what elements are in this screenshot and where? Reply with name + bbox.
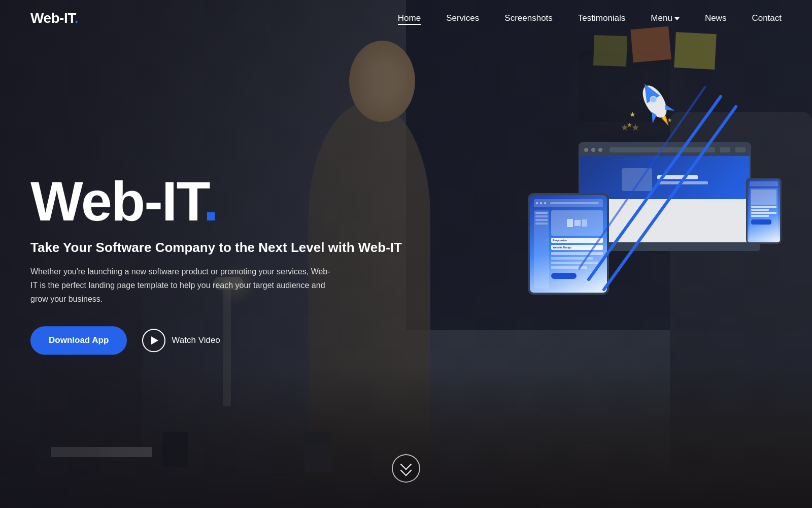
nav-item-screenshots[interactable]: Screenshots [504, 13, 553, 23]
tablet-body: Responsive Website Design [528, 193, 609, 295]
nav-link-testimonials[interactable]: Testimonials [578, 13, 626, 23]
menu-with-dropdown: Menu [651, 13, 680, 23]
double-chevron-icon [402, 462, 410, 474]
phone-text-4 [751, 215, 769, 217]
nav-item-services[interactable]: Services [446, 13, 479, 23]
hero-section: ★ ★ ★ ★ ★ ★ [0, 0, 812, 508]
nav-link-contact[interactable]: Contact [752, 13, 782, 23]
chevron-down-icon [674, 17, 680, 20]
download-app-button[interactable]: Download App [30, 327, 127, 355]
hero-content: Web-IT. Take Your Software Company to th… [30, 173, 402, 355]
nav-item-home[interactable]: Home [398, 13, 421, 23]
svg-text:★: ★ [667, 117, 672, 123]
tablet-sidebar [534, 210, 549, 289]
hero-description: Whether you're launching a new software … [30, 265, 335, 306]
tablet-title: Responsive [551, 238, 603, 243]
nav-links: Home Services Screenshots Testimonials M… [398, 13, 782, 23]
hero-title-dot: . [203, 170, 218, 232]
watch-video-button[interactable]: Watch Video [142, 329, 220, 353]
nav-link-services[interactable]: Services [446, 13, 479, 23]
logo-dot: . [75, 10, 78, 26]
svg-text:★: ★ [627, 121, 632, 129]
phone-text-1 [751, 206, 776, 208]
nav-item-news[interactable]: News [705, 13, 727, 23]
phone-body [746, 178, 782, 244]
tablet-cta [551, 273, 577, 279]
phone-text-2 [751, 209, 769, 211]
logo: Web-IT. [30, 10, 78, 26]
laptop-dot-2 [591, 148, 595, 152]
phone-screen [748, 179, 780, 242]
tablet-nav-dot-1 [536, 202, 538, 204]
hero-buttons: Download App Watch Video [30, 327, 402, 355]
tablet-screen: Responsive Website Design [530, 195, 607, 293]
nav-item-testimonials[interactable]: Testimonials [578, 13, 626, 23]
phone-top-bar [750, 181, 778, 186]
tablet-image [551, 210, 603, 236]
phone-text-3 [751, 212, 776, 214]
nav-link-screenshots[interactable]: Screenshots [504, 13, 553, 23]
navbar: Web-IT. Home Services Screenshots Testim… [0, 0, 812, 37]
nav-link-home[interactable]: Home [398, 13, 421, 25]
hero-title: Web-IT. [30, 173, 402, 229]
phone-content [750, 188, 778, 240]
play-triangle-icon [151, 337, 158, 345]
tablet-mockup: Responsive Website Design [528, 193, 609, 295]
tablet-content-area: Responsive Website Design [534, 210, 603, 289]
content-layer: Web-IT. Home Services Screenshots Testim… [0, 0, 812, 508]
hero-subtitle: Take Your Software Company to the Next L… [30, 239, 402, 257]
tablet-main-content: Responsive Website Design [551, 210, 603, 289]
phone-cta [751, 219, 771, 225]
tablet-subtitle: Website Design [551, 245, 603, 250]
nav-item-contact[interactable]: Contact [752, 13, 782, 23]
laptop-screen-header [580, 144, 750, 156]
tablet-nav-dot-3 [544, 202, 546, 204]
nav-link-news[interactable]: News [705, 13, 727, 23]
phone-image [751, 189, 776, 205]
scroll-down-button[interactable] [392, 454, 420, 483]
tablet-nav-dot-2 [540, 202, 542, 204]
phone-mockup [746, 178, 782, 244]
svg-text:★: ★ [629, 110, 636, 118]
logo-text: Web-IT [30, 10, 75, 26]
rocket-illustration: ★ ★ ★ [624, 71, 685, 132]
watch-video-label: Watch Video [172, 336, 220, 346]
laptop-content-title: Responsive Website Design [585, 212, 745, 216]
nav-link-menu[interactable]: Menu [651, 13, 680, 23]
laptop-dot-1 [584, 148, 588, 152]
nav-item-menu[interactable]: Menu [651, 13, 680, 23]
play-circle-icon [142, 329, 165, 353]
tablet-nav-bar [534, 199, 603, 207]
laptop-dot-3 [598, 148, 602, 152]
